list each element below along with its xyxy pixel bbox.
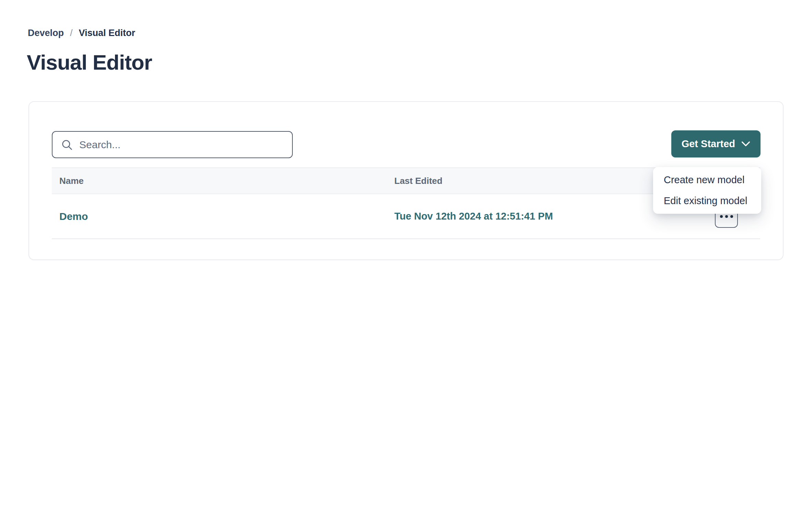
column-header-last-edited: Last Edited (394, 176, 442, 186)
search-input[interactable] (79, 139, 284, 151)
get-started-label: Get Started (682, 138, 735, 150)
model-link-demo[interactable]: Demo (59, 211, 88, 222)
visual-editor-page: Develop / Visual Editor Visual Editor Ge… (0, 0, 812, 516)
page-title: Visual Editor (27, 50, 152, 74)
menu-item-create-new-model[interactable]: Create new model (653, 169, 761, 190)
search-icon (61, 139, 73, 151)
menu-item-edit-existing-model[interactable]: Edit existing model (653, 190, 761, 211)
ellipsis-icon (720, 215, 733, 218)
breadcrumb-item-visual-editor: Visual Editor (79, 27, 136, 38)
search-box (52, 131, 293, 158)
breadcrumb-separator: / (70, 27, 73, 38)
get-started-button[interactable]: Get Started (671, 130, 761, 157)
breadcrumb: Develop / Visual Editor (28, 27, 135, 38)
chevron-down-icon (741, 141, 750, 147)
cell-name: Demo (52, 211, 394, 222)
column-header-name: Name (52, 176, 394, 186)
breadcrumb-item-develop[interactable]: Develop (28, 27, 64, 38)
get-started-menu: Create new model Edit existing model (653, 167, 761, 214)
